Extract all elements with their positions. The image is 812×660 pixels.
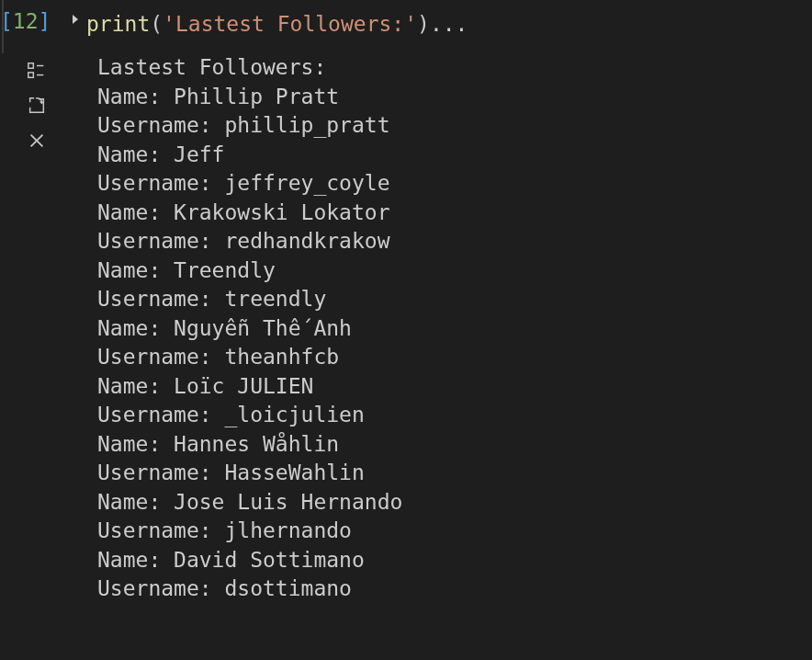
svg-rect-0 (28, 63, 33, 69)
code-input-area[interactable]: print('Lastest Followers:')... (86, 0, 812, 53)
open-output-icon[interactable] (27, 96, 47, 116)
output-section: Lastest Followers: Name: Phillip Pratt U… (0, 53, 812, 604)
svg-rect-2 (28, 73, 33, 78)
output-toolbar (0, 53, 48, 604)
code-line: print('Lastest Followers:')... (86, 9, 812, 39)
collapse-arrow-icon[interactable] (68, 0, 86, 53)
close-output-icon[interactable] (27, 131, 47, 151)
execution-count-label: [12] (0, 0, 68, 53)
notebook-cell: [12] print('Lastest Followers:')... (0, 0, 812, 53)
scroll-output-icon[interactable] (27, 61, 47, 81)
cell-gutter-bar (2, 0, 4, 53)
output-text: Lastest Followers: Name: Phillip Pratt U… (48, 53, 812, 604)
